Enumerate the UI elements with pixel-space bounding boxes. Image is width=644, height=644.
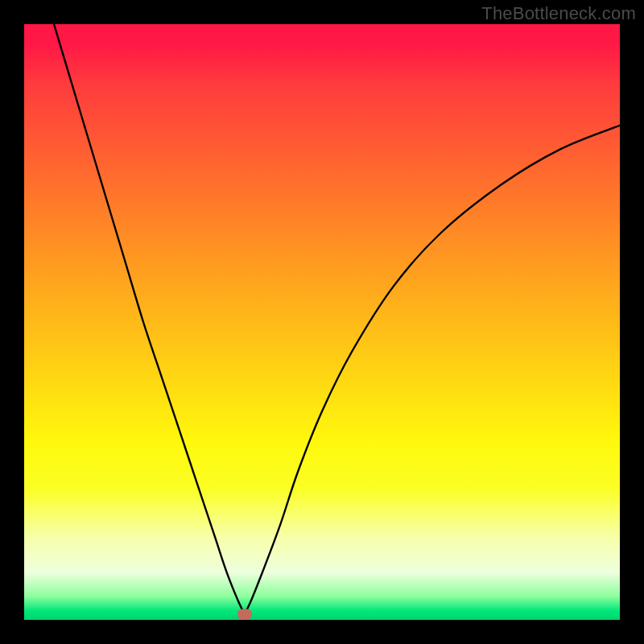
curve-right bbox=[245, 126, 620, 614]
curve-left bbox=[54, 24, 245, 614]
curve-overlay bbox=[24, 24, 620, 620]
minimum-marker bbox=[237, 609, 252, 619]
chart-frame: TheBottleneck.com bbox=[0, 0, 644, 644]
attribution-text: TheBottleneck.com bbox=[481, 3, 636, 24]
